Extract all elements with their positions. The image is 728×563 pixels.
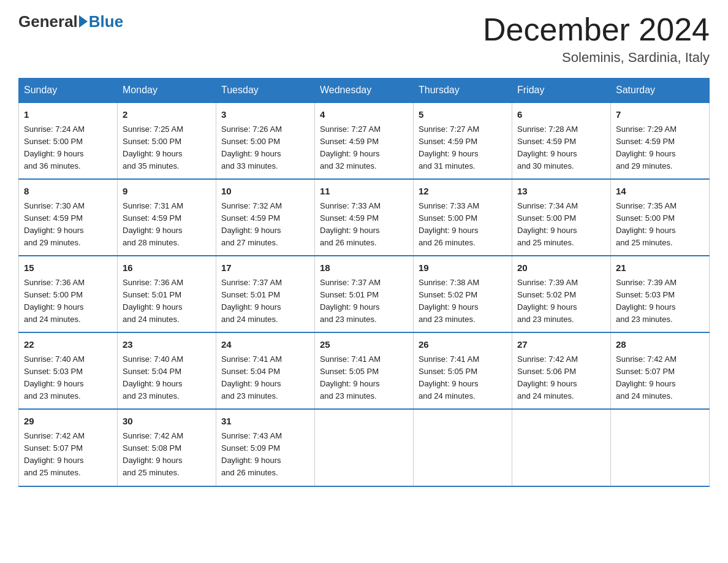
day-info: Sunrise: 7:40 AMSunset: 5:04 PMDaylight:… xyxy=(123,353,211,403)
logo-general-text: General xyxy=(18,12,78,31)
day-header-friday: Friday xyxy=(512,79,611,103)
day-header-sunday: Sunday xyxy=(19,79,118,103)
day-info: Sunrise: 7:29 AMSunset: 4:59 PMDaylight:… xyxy=(616,123,704,173)
day-info: Sunrise: 7:41 AMSunset: 5:05 PMDaylight:… xyxy=(419,353,507,403)
day-info: Sunrise: 7:33 AMSunset: 5:00 PMDaylight:… xyxy=(419,200,507,250)
day-number: 9 xyxy=(123,185,211,199)
day-number: 21 xyxy=(616,261,704,275)
day-info: Sunrise: 7:39 AMSunset: 5:03 PMDaylight:… xyxy=(616,277,704,326)
calendar-body: 1Sunrise: 7:24 AMSunset: 5:00 PMDaylight… xyxy=(19,102,710,486)
day-number: 17 xyxy=(221,261,309,275)
day-info: Sunrise: 7:40 AMSunset: 5:03 PMDaylight:… xyxy=(24,353,112,403)
day-info: Sunrise: 7:36 AMSunset: 5:01 PMDaylight:… xyxy=(123,277,211,326)
day-info: Sunrise: 7:26 AMSunset: 5:00 PMDaylight:… xyxy=(221,123,309,173)
day-number: 25 xyxy=(320,338,408,352)
calendar-cell: 10Sunrise: 7:32 AMSunset: 4:59 PMDayligh… xyxy=(216,179,315,256)
calendar-cell: 1Sunrise: 7:24 AMSunset: 5:00 PMDaylight… xyxy=(19,102,118,179)
calendar-cell: 9Sunrise: 7:31 AMSunset: 4:59 PMDaylight… xyxy=(118,179,216,256)
calendar-cell: 11Sunrise: 7:33 AMSunset: 4:59 PMDayligh… xyxy=(315,179,414,256)
location-subtitle: Soleminis, Sardinia, Italy xyxy=(483,50,710,66)
calendar-cell: 26Sunrise: 7:41 AMSunset: 5:05 PMDayligh… xyxy=(414,332,512,409)
calendar-cell: 18Sunrise: 7:37 AMSunset: 5:01 PMDayligh… xyxy=(315,256,414,332)
calendar-cell: 24Sunrise: 7:41 AMSunset: 5:04 PMDayligh… xyxy=(216,332,315,409)
day-info: Sunrise: 7:27 AMSunset: 4:59 PMDaylight:… xyxy=(320,123,408,173)
calendar-cell: 12Sunrise: 7:33 AMSunset: 5:00 PMDayligh… xyxy=(414,179,512,256)
calendar-cell: 8Sunrise: 7:30 AMSunset: 4:59 PMDaylight… xyxy=(19,179,118,256)
calendar-cell: 23Sunrise: 7:40 AMSunset: 5:04 PMDayligh… xyxy=(118,332,216,409)
day-header-wednesday: Wednesday xyxy=(315,79,414,103)
day-number: 30 xyxy=(123,415,211,429)
calendar-cell: 4Sunrise: 7:27 AMSunset: 4:59 PMDaylight… xyxy=(315,102,414,179)
day-number: 16 xyxy=(123,261,211,275)
day-info: Sunrise: 7:38 AMSunset: 5:02 PMDaylight:… xyxy=(419,277,507,326)
day-number: 11 xyxy=(320,185,408,199)
day-info: Sunrise: 7:41 AMSunset: 5:05 PMDaylight:… xyxy=(320,353,408,403)
calendar-cell xyxy=(414,409,512,486)
day-info: Sunrise: 7:27 AMSunset: 4:59 PMDaylight:… xyxy=(419,123,507,173)
calendar-cell: 7Sunrise: 7:29 AMSunset: 4:59 PMDaylight… xyxy=(611,102,710,179)
calendar-cell: 15Sunrise: 7:36 AMSunset: 5:00 PMDayligh… xyxy=(19,256,118,332)
calendar-cell: 25Sunrise: 7:41 AMSunset: 5:05 PMDayligh… xyxy=(315,332,414,409)
calendar-cell: 5Sunrise: 7:27 AMSunset: 4:59 PMDaylight… xyxy=(414,102,512,179)
day-header-tuesday: Tuesday xyxy=(216,79,315,103)
day-info: Sunrise: 7:37 AMSunset: 5:01 PMDaylight:… xyxy=(320,277,408,326)
day-header-saturday: Saturday xyxy=(611,79,710,103)
day-info: Sunrise: 7:37 AMSunset: 5:01 PMDaylight:… xyxy=(221,277,309,326)
month-title: December 2024 xyxy=(483,12,710,47)
day-info: Sunrise: 7:33 AMSunset: 4:59 PMDaylight:… xyxy=(320,200,408,250)
day-info: Sunrise: 7:42 AMSunset: 5:07 PMDaylight:… xyxy=(616,353,704,403)
calendar-cell xyxy=(611,409,710,486)
day-info: Sunrise: 7:24 AMSunset: 5:00 PMDaylight:… xyxy=(24,123,112,173)
day-number: 7 xyxy=(616,108,704,122)
day-number: 26 xyxy=(419,338,507,352)
calendar-week-1: 1Sunrise: 7:24 AMSunset: 5:00 PMDaylight… xyxy=(19,102,710,179)
day-info: Sunrise: 7:25 AMSunset: 5:00 PMDaylight:… xyxy=(123,123,211,173)
logo-blue-part: Blue xyxy=(78,12,123,31)
day-info: Sunrise: 7:42 AMSunset: 5:08 PMDaylight:… xyxy=(123,430,211,480)
day-number: 28 xyxy=(616,338,704,352)
day-number: 18 xyxy=(320,261,408,275)
calendar-week-3: 15Sunrise: 7:36 AMSunset: 5:00 PMDayligh… xyxy=(19,256,710,332)
day-info: Sunrise: 7:31 AMSunset: 4:59 PMDaylight:… xyxy=(123,200,211,250)
calendar-header: SundayMondayTuesdayWednesdayThursdayFrid… xyxy=(19,79,710,103)
calendar-cell: 14Sunrise: 7:35 AMSunset: 5:00 PMDayligh… xyxy=(611,179,710,256)
day-number: 12 xyxy=(419,185,507,199)
calendar-table: SundayMondayTuesdayWednesdayThursdayFrid… xyxy=(18,78,710,486)
day-number: 23 xyxy=(123,338,211,352)
calendar-cell: 13Sunrise: 7:34 AMSunset: 5:00 PMDayligh… xyxy=(512,179,611,256)
day-number: 8 xyxy=(24,185,112,199)
calendar-cell: 2Sunrise: 7:25 AMSunset: 5:00 PMDaylight… xyxy=(118,102,216,179)
day-number: 22 xyxy=(24,338,112,352)
calendar-cell: 20Sunrise: 7:39 AMSunset: 5:02 PMDayligh… xyxy=(512,256,611,332)
day-info: Sunrise: 7:35 AMSunset: 5:00 PMDaylight:… xyxy=(616,200,704,250)
day-number: 29 xyxy=(24,415,112,429)
day-number: 14 xyxy=(616,185,704,199)
logo-blue-text: Blue xyxy=(89,12,123,31)
day-number: 15 xyxy=(24,261,112,275)
calendar-cell: 17Sunrise: 7:37 AMSunset: 5:01 PMDayligh… xyxy=(216,256,315,332)
day-info: Sunrise: 7:36 AMSunset: 5:00 PMDaylight:… xyxy=(24,277,112,326)
calendar-cell: 16Sunrise: 7:36 AMSunset: 5:01 PMDayligh… xyxy=(118,256,216,332)
day-info: Sunrise: 7:43 AMSunset: 5:09 PMDaylight:… xyxy=(221,430,309,480)
day-number: 10 xyxy=(221,185,309,199)
title-area: December 2024 Soleminis, Sardinia, Italy xyxy=(483,12,710,66)
calendar-week-5: 29Sunrise: 7:42 AMSunset: 5:07 PMDayligh… xyxy=(19,409,710,486)
day-info: Sunrise: 7:34 AMSunset: 5:00 PMDaylight:… xyxy=(517,200,605,250)
calendar-cell xyxy=(315,409,414,486)
day-number: 13 xyxy=(517,185,605,199)
calendar-cell: 22Sunrise: 7:40 AMSunset: 5:03 PMDayligh… xyxy=(19,332,118,409)
day-info: Sunrise: 7:39 AMSunset: 5:02 PMDaylight:… xyxy=(517,277,605,326)
day-number: 5 xyxy=(419,108,507,122)
day-number: 2 xyxy=(123,108,211,122)
day-number: 31 xyxy=(221,415,309,429)
logo-arrow-icon xyxy=(79,15,88,28)
day-number: 1 xyxy=(24,108,112,122)
day-info: Sunrise: 7:32 AMSunset: 4:59 PMDaylight:… xyxy=(221,200,309,250)
day-info: Sunrise: 7:42 AMSunset: 5:07 PMDaylight:… xyxy=(24,430,112,480)
day-number: 4 xyxy=(320,108,408,122)
day-number: 27 xyxy=(517,338,605,352)
day-header-monday: Monday xyxy=(118,79,216,103)
calendar-cell: 28Sunrise: 7:42 AMSunset: 5:07 PMDayligh… xyxy=(611,332,710,409)
day-info: Sunrise: 7:30 AMSunset: 4:59 PMDaylight:… xyxy=(24,200,112,250)
calendar-cell xyxy=(512,409,611,486)
